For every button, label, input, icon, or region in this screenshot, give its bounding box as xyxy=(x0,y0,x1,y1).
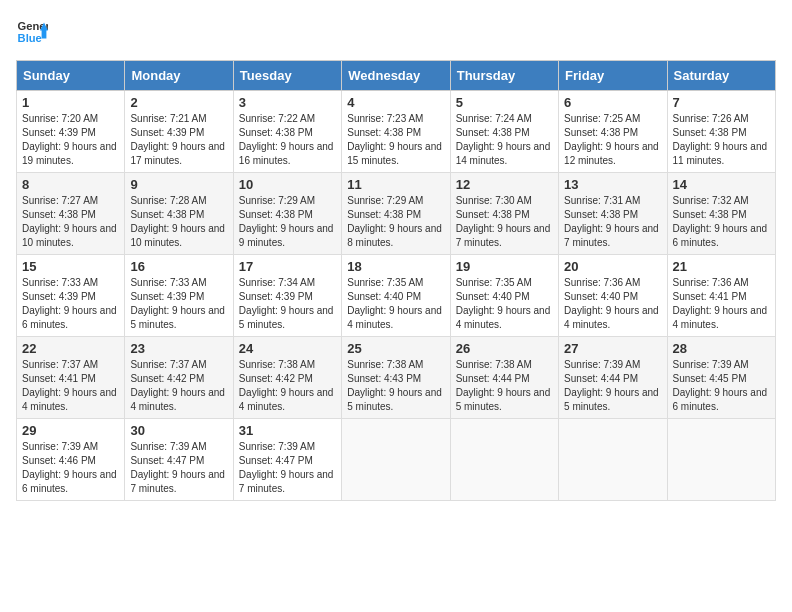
calendar-cell: 20 Sunrise: 7:36 AM Sunset: 4:40 PM Dayl… xyxy=(559,255,667,337)
day-detail: Sunrise: 7:24 AM Sunset: 4:38 PM Dayligh… xyxy=(456,112,553,168)
day-number: 11 xyxy=(347,177,444,192)
day-number: 31 xyxy=(239,423,336,438)
logo: General Blue xyxy=(16,16,48,48)
calendar-week-4: 22 Sunrise: 7:37 AM Sunset: 4:41 PM Dayl… xyxy=(17,337,776,419)
calendar-cell: 23 Sunrise: 7:37 AM Sunset: 4:42 PM Dayl… xyxy=(125,337,233,419)
calendar-header-friday: Friday xyxy=(559,61,667,91)
calendar-cell: 30 Sunrise: 7:39 AM Sunset: 4:47 PM Dayl… xyxy=(125,419,233,501)
day-number: 1 xyxy=(22,95,119,110)
calendar-cell: 31 Sunrise: 7:39 AM Sunset: 4:47 PM Dayl… xyxy=(233,419,341,501)
calendar-cell: 7 Sunrise: 7:26 AM Sunset: 4:38 PM Dayli… xyxy=(667,91,775,173)
calendar-cell: 5 Sunrise: 7:24 AM Sunset: 4:38 PM Dayli… xyxy=(450,91,558,173)
day-number: 16 xyxy=(130,259,227,274)
calendar-cell: 29 Sunrise: 7:39 AM Sunset: 4:46 PM Dayl… xyxy=(17,419,125,501)
day-number: 2 xyxy=(130,95,227,110)
day-detail: Sunrise: 7:23 AM Sunset: 4:38 PM Dayligh… xyxy=(347,112,444,168)
day-number: 28 xyxy=(673,341,770,356)
calendar-cell: 28 Sunrise: 7:39 AM Sunset: 4:45 PM Dayl… xyxy=(667,337,775,419)
calendar-cell: 18 Sunrise: 7:35 AM Sunset: 4:40 PM Dayl… xyxy=(342,255,450,337)
day-number: 22 xyxy=(22,341,119,356)
calendar-cell xyxy=(667,419,775,501)
day-detail: Sunrise: 7:26 AM Sunset: 4:38 PM Dayligh… xyxy=(673,112,770,168)
calendar-cell: 13 Sunrise: 7:31 AM Sunset: 4:38 PM Dayl… xyxy=(559,173,667,255)
calendar-cell: 4 Sunrise: 7:23 AM Sunset: 4:38 PM Dayli… xyxy=(342,91,450,173)
day-detail: Sunrise: 7:32 AM Sunset: 4:38 PM Dayligh… xyxy=(673,194,770,250)
day-number: 6 xyxy=(564,95,661,110)
calendar-week-2: 8 Sunrise: 7:27 AM Sunset: 4:38 PM Dayli… xyxy=(17,173,776,255)
day-number: 12 xyxy=(456,177,553,192)
calendar-cell: 25 Sunrise: 7:38 AM Sunset: 4:43 PM Dayl… xyxy=(342,337,450,419)
calendar-header-wednesday: Wednesday xyxy=(342,61,450,91)
day-detail: Sunrise: 7:39 AM Sunset: 4:46 PM Dayligh… xyxy=(22,440,119,496)
calendar-header-saturday: Saturday xyxy=(667,61,775,91)
day-detail: Sunrise: 7:34 AM Sunset: 4:39 PM Dayligh… xyxy=(239,276,336,332)
calendar-cell: 1 Sunrise: 7:20 AM Sunset: 4:39 PM Dayli… xyxy=(17,91,125,173)
day-number: 8 xyxy=(22,177,119,192)
calendar-header-row: SundayMondayTuesdayWednesdayThursdayFrid… xyxy=(17,61,776,91)
day-detail: Sunrise: 7:35 AM Sunset: 4:40 PM Dayligh… xyxy=(456,276,553,332)
page-header: General Blue xyxy=(16,16,776,48)
day-detail: Sunrise: 7:33 AM Sunset: 4:39 PM Dayligh… xyxy=(130,276,227,332)
calendar-cell xyxy=(342,419,450,501)
day-detail: Sunrise: 7:22 AM Sunset: 4:38 PM Dayligh… xyxy=(239,112,336,168)
day-number: 26 xyxy=(456,341,553,356)
day-number: 13 xyxy=(564,177,661,192)
calendar-cell: 22 Sunrise: 7:37 AM Sunset: 4:41 PM Dayl… xyxy=(17,337,125,419)
day-number: 17 xyxy=(239,259,336,274)
day-detail: Sunrise: 7:37 AM Sunset: 4:41 PM Dayligh… xyxy=(22,358,119,414)
calendar-cell: 12 Sunrise: 7:30 AM Sunset: 4:38 PM Dayl… xyxy=(450,173,558,255)
day-number: 15 xyxy=(22,259,119,274)
day-number: 4 xyxy=(347,95,444,110)
calendar-cell: 10 Sunrise: 7:29 AM Sunset: 4:38 PM Dayl… xyxy=(233,173,341,255)
day-detail: Sunrise: 7:20 AM Sunset: 4:39 PM Dayligh… xyxy=(22,112,119,168)
calendar-week-5: 29 Sunrise: 7:39 AM Sunset: 4:46 PM Dayl… xyxy=(17,419,776,501)
calendar-week-1: 1 Sunrise: 7:20 AM Sunset: 4:39 PM Dayli… xyxy=(17,91,776,173)
day-number: 29 xyxy=(22,423,119,438)
day-detail: Sunrise: 7:35 AM Sunset: 4:40 PM Dayligh… xyxy=(347,276,444,332)
day-detail: Sunrise: 7:36 AM Sunset: 4:41 PM Dayligh… xyxy=(673,276,770,332)
calendar-cell: 2 Sunrise: 7:21 AM Sunset: 4:39 PM Dayli… xyxy=(125,91,233,173)
calendar-header-sunday: Sunday xyxy=(17,61,125,91)
calendar-table: SundayMondayTuesdayWednesdayThursdayFrid… xyxy=(16,60,776,501)
calendar-cell: 14 Sunrise: 7:32 AM Sunset: 4:38 PM Dayl… xyxy=(667,173,775,255)
day-number: 19 xyxy=(456,259,553,274)
day-number: 20 xyxy=(564,259,661,274)
day-number: 27 xyxy=(564,341,661,356)
day-number: 30 xyxy=(130,423,227,438)
day-detail: Sunrise: 7:33 AM Sunset: 4:39 PM Dayligh… xyxy=(22,276,119,332)
day-detail: Sunrise: 7:28 AM Sunset: 4:38 PM Dayligh… xyxy=(130,194,227,250)
day-number: 9 xyxy=(130,177,227,192)
calendar-cell: 19 Sunrise: 7:35 AM Sunset: 4:40 PM Dayl… xyxy=(450,255,558,337)
calendar-header-monday: Monday xyxy=(125,61,233,91)
calendar-cell: 6 Sunrise: 7:25 AM Sunset: 4:38 PM Dayli… xyxy=(559,91,667,173)
day-detail: Sunrise: 7:38 AM Sunset: 4:43 PM Dayligh… xyxy=(347,358,444,414)
day-detail: Sunrise: 7:39 AM Sunset: 4:44 PM Dayligh… xyxy=(564,358,661,414)
calendar-cell: 17 Sunrise: 7:34 AM Sunset: 4:39 PM Dayl… xyxy=(233,255,341,337)
calendar-cell: 8 Sunrise: 7:27 AM Sunset: 4:38 PM Dayli… xyxy=(17,173,125,255)
day-detail: Sunrise: 7:21 AM Sunset: 4:39 PM Dayligh… xyxy=(130,112,227,168)
calendar-cell: 27 Sunrise: 7:39 AM Sunset: 4:44 PM Dayl… xyxy=(559,337,667,419)
day-number: 7 xyxy=(673,95,770,110)
day-detail: Sunrise: 7:30 AM Sunset: 4:38 PM Dayligh… xyxy=(456,194,553,250)
calendar-week-3: 15 Sunrise: 7:33 AM Sunset: 4:39 PM Dayl… xyxy=(17,255,776,337)
calendar-cell: 21 Sunrise: 7:36 AM Sunset: 4:41 PM Dayl… xyxy=(667,255,775,337)
calendar-cell xyxy=(559,419,667,501)
day-number: 10 xyxy=(239,177,336,192)
day-number: 14 xyxy=(673,177,770,192)
day-detail: Sunrise: 7:39 AM Sunset: 4:47 PM Dayligh… xyxy=(130,440,227,496)
day-detail: Sunrise: 7:29 AM Sunset: 4:38 PM Dayligh… xyxy=(347,194,444,250)
day-detail: Sunrise: 7:39 AM Sunset: 4:47 PM Dayligh… xyxy=(239,440,336,496)
day-number: 5 xyxy=(456,95,553,110)
day-detail: Sunrise: 7:38 AM Sunset: 4:42 PM Dayligh… xyxy=(239,358,336,414)
calendar-cell: 3 Sunrise: 7:22 AM Sunset: 4:38 PM Dayli… xyxy=(233,91,341,173)
day-number: 25 xyxy=(347,341,444,356)
day-detail: Sunrise: 7:29 AM Sunset: 4:38 PM Dayligh… xyxy=(239,194,336,250)
day-detail: Sunrise: 7:27 AM Sunset: 4:38 PM Dayligh… xyxy=(22,194,119,250)
day-detail: Sunrise: 7:31 AM Sunset: 4:38 PM Dayligh… xyxy=(564,194,661,250)
day-detail: Sunrise: 7:38 AM Sunset: 4:44 PM Dayligh… xyxy=(456,358,553,414)
calendar-cell: 24 Sunrise: 7:38 AM Sunset: 4:42 PM Dayl… xyxy=(233,337,341,419)
day-detail: Sunrise: 7:39 AM Sunset: 4:45 PM Dayligh… xyxy=(673,358,770,414)
calendar-cell: 9 Sunrise: 7:28 AM Sunset: 4:38 PM Dayli… xyxy=(125,173,233,255)
calendar-header-thursday: Thursday xyxy=(450,61,558,91)
calendar-cell xyxy=(450,419,558,501)
